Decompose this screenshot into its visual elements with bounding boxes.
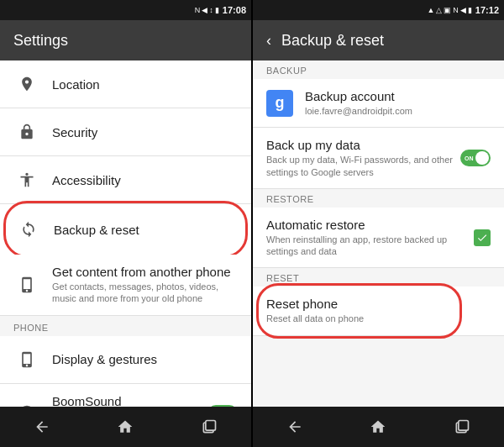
backup-reset-icon (15, 216, 42, 243)
backup-reset-text: Backup & reset (54, 223, 236, 237)
settings-item-accessibility[interactable]: Accessibility (0, 156, 251, 204)
settings-item-backup-account[interactable]: g Backup account loie.favre@androidpit.c… (253, 79, 504, 128)
auto-restore-subtitle: When reinstalling an app, restore backed… (266, 234, 474, 258)
display-text: Display & gestures (52, 352, 238, 366)
backup-toggle-knob (475, 151, 489, 165)
right-status-bar: ▲ △ ▣ N ◀ ▮ 17:12 (253, 0, 504, 20)
get-content-subtitle: Get contacts, messages, photos, videos, … (52, 281, 238, 305)
accessibility-text: Accessibility (52, 173, 238, 187)
left-status-bar: N ◀ ↕ ▮ 17:08 (0, 0, 251, 20)
right-home-button[interactable] (363, 412, 393, 442)
settings-item-backup-data[interactable]: Back up my data Back up my data, Wi-Fi p… (253, 128, 504, 189)
right-battery-icon: ▮ (468, 6, 472, 14)
boomsound-toggle-container: ON (207, 405, 238, 407)
network-icon: N (195, 6, 201, 14)
boomsound-toggle[interactable]: ON (207, 405, 238, 407)
backup-reset-title: Backup & reset (54, 223, 236, 237)
accessibility-title: Accessibility (52, 173, 238, 187)
backup-section-label: BACKUP (253, 60, 504, 79)
svg-rect-6 (459, 421, 469, 431)
reset-phone-text: Reset phone Reset all data on phone (266, 297, 491, 324)
backup-data-subtitle: Back up my data, Wi-Fi passwords, and ot… (266, 154, 460, 178)
google-icon: g (266, 90, 293, 117)
backup-data-toggle[interactable]: ON (460, 150, 491, 166)
left-header: Settings (0, 20, 251, 60)
security-text: Security (52, 125, 238, 139)
right-header-title: Backup & reset (281, 32, 384, 50)
display-title: Display & gestures (52, 352, 238, 366)
get-content-icon (13, 271, 40, 298)
right-time: 17:12 (475, 5, 499, 15)
right-volume-icon: ◀ (460, 6, 466, 14)
right-back-button[interactable] (280, 412, 310, 442)
phone-section-label: PHONE (0, 316, 251, 336)
right-status-icons: ▲ △ ▣ N ◀ ▮ (427, 6, 471, 14)
left-back-button[interactable] (27, 412, 57, 442)
battery-icon: ▮ (215, 6, 219, 14)
location-title: Location (52, 77, 238, 92)
left-content: Location Security Accessibility (0, 60, 251, 407)
reset-phone-title: Reset phone (266, 297, 491, 311)
backup-account-title: Backup account (305, 89, 491, 103)
get-content-text: Get content from another phone Get conta… (52, 265, 238, 305)
settings-item-boomsound[interactable]: BoomSound BoomSound can't be turned off … (0, 384, 251, 407)
backup-data-toggle-container: ON (460, 150, 491, 166)
right-recent-button[interactable] (447, 412, 477, 442)
security-icon (13, 118, 40, 145)
backup-account-subtitle: loie.favre@androidpit.com (305, 105, 491, 117)
settings-item-location[interactable]: Location (0, 60, 251, 108)
auto-restore-checkbox[interactable] (474, 229, 491, 246)
boomsound-title: BoomSound (52, 394, 207, 407)
settings-item-get-content[interactable]: Get content from another phone Get conta… (0, 255, 251, 316)
get-content-title: Get content from another phone (52, 265, 238, 279)
right-network-icon: ▣ (444, 6, 451, 14)
security-title: Security (52, 125, 238, 139)
backup-data-text: Back up my data Back up my data, Wi-Fi p… (266, 138, 460, 178)
settings-item-auto-restore[interactable]: Automatic restore When reinstalling an a… (253, 208, 504, 269)
backup-data-title: Back up my data (266, 138, 460, 152)
restore-section-label: RESTORE (253, 189, 504, 208)
right-alert-icon: △ (436, 6, 442, 14)
right-signal-icon: N (453, 6, 459, 14)
right-nav-bar (253, 407, 504, 447)
display-icon (13, 346, 40, 373)
left-time: 17:08 (223, 5, 246, 15)
accessibility-icon (13, 166, 40, 193)
settings-item-reset-phone[interactable]: Reset phone Reset all data on phone (253, 287, 504, 335)
boomsound-icon (13, 400, 40, 407)
settings-item-display[interactable]: Display & gestures (0, 336, 251, 384)
settings-item-security[interactable]: Security (0, 108, 251, 156)
auto-restore-text: Automatic restore When reinstalling an a… (266, 218, 474, 258)
right-content: BACKUP g Backup account loie.favre@andro… (253, 60, 504, 407)
backup-toggle-on-label: ON (465, 155, 474, 161)
left-home-button[interactable] (110, 412, 140, 442)
left-status-icons: N ◀ ↕ ▮ (195, 6, 219, 14)
left-header-title: Settings (13, 32, 68, 50)
left-nav-bar (0, 407, 251, 447)
boomsound-text: BoomSound BoomSound can't be turned off … (52, 394, 207, 407)
backup-account-text: Backup account loie.favre@androidpit.com (305, 89, 491, 117)
auto-restore-title: Automatic restore (266, 218, 474, 232)
back-chevron-icon[interactable]: ‹ (266, 32, 271, 50)
wifi-icon: ↕ (209, 6, 213, 14)
right-header: ‹ Backup & reset (253, 20, 504, 60)
svg-rect-4 (206, 421, 216, 431)
reset-section-label: RESET (253, 268, 504, 287)
signal-icon: ◀ (202, 6, 207, 14)
right-notif-icon: ▲ (427, 6, 434, 14)
left-panel: N ◀ ↕ ▮ 17:08 Settings Location Securit (0, 0, 251, 447)
location-icon (13, 71, 40, 97)
left-recent-button[interactable] (194, 412, 224, 442)
right-panel: ▲ △ ▣ N ◀ ▮ 17:12 ‹ Backup & reset BACKU… (253, 0, 504, 447)
location-text: Location (52, 77, 238, 92)
settings-item-backup-reset[interactable]: Backup & reset (0, 204, 251, 255)
reset-phone-subtitle: Reset all data on phone (266, 313, 491, 324)
